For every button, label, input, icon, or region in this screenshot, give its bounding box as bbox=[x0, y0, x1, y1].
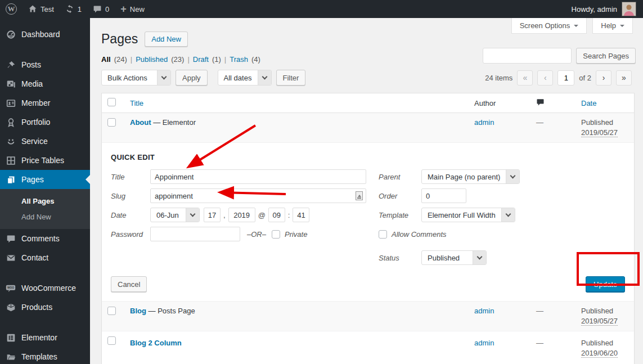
allow-comments-checkbox[interactable] bbox=[379, 230, 387, 239]
chevron-down-icon bbox=[477, 254, 483, 260]
sidebar-item-contact[interactable]: Contact bbox=[0, 248, 90, 267]
pages-submenu: All Pages Add New bbox=[0, 189, 90, 229]
submenu-item-add-new[interactable]: Add New bbox=[0, 209, 90, 224]
select-arrow bbox=[186, 208, 199, 222]
view-trash-link[interactable]: Trash bbox=[230, 55, 248, 64]
main-content: Screen Options Help Pages Add New Search… bbox=[90, 18, 643, 364]
filter-button[interactable]: Filter bbox=[276, 70, 306, 86]
howdy-text[interactable]: Howdy, admin bbox=[572, 5, 617, 14]
view-all-link[interactable]: All bbox=[101, 55, 111, 64]
select-arrow bbox=[258, 70, 271, 85]
bulk-actions-select[interactable]: Bulk Actions bbox=[101, 70, 171, 86]
sidebar-item-woocommerce[interactable]: WOO WooCommerce bbox=[0, 278, 90, 298]
chevron-down-icon bbox=[505, 212, 511, 217]
title-input[interactable] bbox=[150, 169, 366, 184]
site-name-menu[interactable]: Test bbox=[23, 0, 60, 18]
chevron-down-icon bbox=[574, 25, 578, 29]
sidebar-item-products[interactable]: Products bbox=[0, 298, 90, 317]
avatar[interactable] bbox=[622, 2, 636, 16]
updates-menu[interactable]: 1 bbox=[60, 0, 87, 18]
submenu-item-all-pages[interactable]: All Pages bbox=[0, 193, 90, 209]
order-input[interactable] bbox=[421, 188, 466, 203]
slug-input[interactable] bbox=[150, 188, 366, 203]
first-page-button[interactable]: « bbox=[517, 70, 533, 86]
sidebar-item-templates[interactable]: Templates bbox=[0, 347, 90, 364]
new-content-menu[interactable]: + New bbox=[115, 0, 150, 18]
row-status: Published bbox=[581, 339, 629, 347]
chevron-down-icon bbox=[262, 74, 267, 80]
search-input[interactable] bbox=[483, 48, 572, 64]
sidebar-item-portfolio[interactable]: Portfolio bbox=[0, 113, 90, 132]
page-title-link[interactable]: About bbox=[130, 118, 151, 127]
apply-button[interactable]: Apply bbox=[176, 70, 208, 86]
date-column-header[interactable]: Date bbox=[581, 99, 596, 107]
row-date: 2019/05/27 bbox=[581, 128, 618, 137]
sidebar-item-elementor[interactable]: Elementor bbox=[0, 328, 90, 347]
menu-separator bbox=[0, 317, 90, 328]
bulk-actions-value: Bulk Actions bbox=[102, 70, 157, 85]
admin-bar: W Test 1 0 + New bbox=[0, 0, 643, 18]
next-page-button[interactable]: › bbox=[596, 70, 611, 86]
sidebar-item-label: Dashboard bbox=[21, 30, 60, 39]
plus-icon: + bbox=[120, 3, 127, 15]
table-header-row: Title Author Date bbox=[102, 93, 634, 113]
page-title-link[interactable]: Blog 2 Column bbox=[130, 339, 182, 347]
sidebar-item-price-tables[interactable]: Price Tables bbox=[0, 151, 90, 170]
envelope-icon bbox=[6, 253, 16, 263]
parent-select[interactable]: Main Page (no parent) bbox=[421, 169, 520, 184]
allow-comments-label: Allow Comments bbox=[392, 230, 447, 239]
view-draft-link[interactable]: Draft bbox=[193, 55, 209, 64]
view-published-link[interactable]: Published bbox=[136, 55, 168, 64]
sidebar-item-media[interactable]: Media bbox=[0, 74, 90, 93]
wp-logo-menu[interactable]: W bbox=[0, 0, 23, 18]
prev-page-button[interactable]: ‹ bbox=[537, 70, 553, 86]
private-checkbox[interactable] bbox=[272, 230, 280, 239]
comment-count-dash: — bbox=[536, 118, 543, 127]
sidebar-item-pages[interactable]: Pages bbox=[0, 170, 90, 189]
or-text: –OR– bbox=[247, 230, 266, 239]
cancel-button[interactable]: Cancel bbox=[111, 276, 147, 292]
year-input[interactable] bbox=[228, 208, 255, 222]
day-input[interactable] bbox=[204, 208, 221, 222]
sidebar-item-posts[interactable]: Posts bbox=[0, 55, 90, 74]
select-all-checkbox[interactable] bbox=[107, 98, 116, 106]
author-link[interactable]: admin bbox=[474, 307, 494, 315]
search-pages-button[interactable]: Search Pages bbox=[576, 48, 636, 64]
page-title-link[interactable]: Blog bbox=[130, 307, 146, 315]
sidebar-item-label: Comments bbox=[21, 234, 60, 243]
password-input[interactable] bbox=[150, 227, 240, 241]
help-tab[interactable]: Help bbox=[592, 18, 633, 34]
row-status: Published bbox=[581, 118, 629, 127]
smiley-icon bbox=[6, 137, 16, 146]
status-select[interactable]: Published bbox=[421, 250, 487, 265]
row-checkbox[interactable] bbox=[107, 336, 116, 345]
pin-icon bbox=[6, 60, 16, 70]
author-link[interactable]: admin bbox=[474, 118, 494, 127]
dashboard-icon bbox=[6, 30, 16, 39]
author-link[interactable]: admin bbox=[474, 339, 494, 347]
month-select[interactable]: 06-Jun bbox=[150, 208, 200, 222]
time-colon: : bbox=[288, 211, 290, 219]
minute-input[interactable] bbox=[293, 208, 309, 222]
row-checkbox[interactable] bbox=[107, 118, 116, 127]
title-column-header[interactable]: Title bbox=[130, 99, 143, 107]
comments-menu[interactable]: 0 bbox=[87, 0, 115, 18]
sidebar-item-dashboard[interactable]: Dashboard bbox=[0, 25, 90, 44]
view-trash-count: (4) bbox=[251, 55, 260, 64]
current-page-input[interactable] bbox=[557, 70, 574, 86]
parent-value: Main Page (no parent) bbox=[422, 170, 506, 183]
row-checkbox[interactable] bbox=[107, 307, 116, 315]
autofill-icon[interactable] bbox=[356, 191, 363, 200]
add-new-button[interactable]: Add New bbox=[145, 32, 188, 47]
date-field-label: Date bbox=[111, 211, 150, 219]
hour-input[interactable] bbox=[268, 208, 285, 222]
sidebar-item-comments[interactable]: Comments bbox=[0, 229, 90, 248]
sidebar-item-service[interactable]: Service bbox=[0, 132, 90, 151]
last-page-button[interactable]: » bbox=[616, 70, 632, 86]
template-select[interactable]: Elementor Full Width bbox=[421, 208, 515, 222]
sidebar-item-member[interactable]: Member bbox=[0, 93, 90, 113]
all-dates-select[interactable]: All dates bbox=[218, 70, 272, 86]
update-button[interactable]: Update bbox=[586, 276, 625, 292]
screen-options-tab[interactable]: Screen Options bbox=[511, 18, 587, 34]
order-field-label: Order bbox=[379, 192, 421, 200]
